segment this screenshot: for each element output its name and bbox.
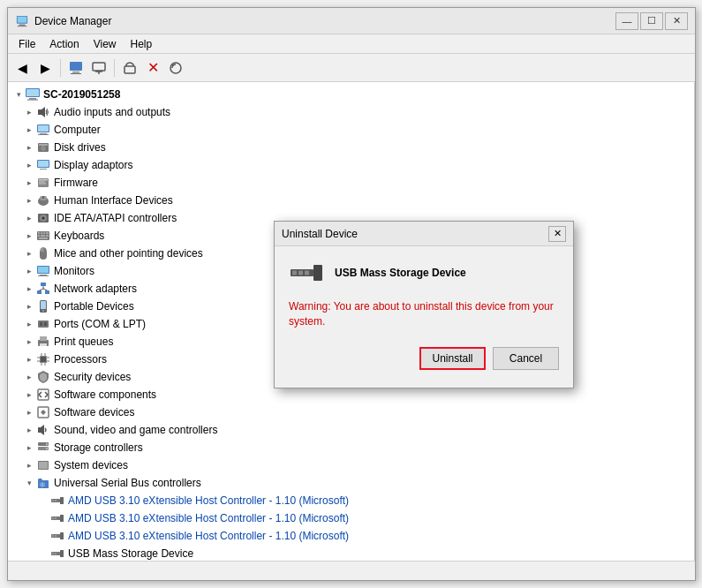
expand-system[interactable] xyxy=(22,458,36,472)
toolbar-properties[interactable] xyxy=(65,57,87,79)
menu-file[interactable]: File xyxy=(11,36,42,52)
expand-print[interactable] xyxy=(22,335,36,349)
tree-item-firmware[interactable]: Firmware xyxy=(8,174,694,192)
svg-rect-67 xyxy=(40,336,47,341)
svg-rect-19 xyxy=(38,125,49,132)
tree-item-hid[interactable]: Human Interface Devices xyxy=(8,192,694,209)
expand-hid[interactable] xyxy=(22,193,36,207)
tree-item-system[interactable]: System devices xyxy=(8,456,694,474)
tree-item-audio[interactable]: Audio inputs and outputs xyxy=(8,103,694,121)
svg-point-84 xyxy=(46,443,48,445)
svg-rect-88 xyxy=(38,480,49,488)
svg-rect-21 xyxy=(38,134,49,135)
tree-item-computer[interactable]: Computer xyxy=(8,121,694,139)
toolbar-forward[interactable]: ▶ xyxy=(34,57,56,79)
expand-root[interactable] xyxy=(11,87,26,102)
expand-monitors[interactable] xyxy=(22,264,36,278)
menu-view[interactable]: View xyxy=(87,36,124,52)
usb-mass-label: USB Mass Storage Device xyxy=(68,547,193,560)
dialog-body: USB Mass Storage Device Warning: You are… xyxy=(275,246,573,388)
toolbar-show-hidden[interactable] xyxy=(119,57,140,79)
expand-audio[interactable] xyxy=(22,105,36,119)
svg-rect-4 xyxy=(70,62,82,71)
expand-firmware[interactable] xyxy=(22,176,36,190)
menu-help[interactable]: Help xyxy=(124,36,160,52)
sw-components-label: Software components xyxy=(54,388,156,401)
menu-action[interactable]: Action xyxy=(42,36,86,52)
svg-rect-102 xyxy=(60,550,64,557)
svg-rect-103 xyxy=(52,553,54,554)
tree-item-amd-usb-1[interactable]: AMD USB 3.10 eXtensible Host Controller … xyxy=(8,492,694,509)
expand-keyboards[interactable] xyxy=(22,229,36,243)
expand-usb[interactable] xyxy=(22,476,36,490)
tree-item-usb-mass-storage[interactable]: USB Mass Storage Device xyxy=(8,545,694,561)
svg-rect-68 xyxy=(40,343,47,346)
svg-rect-104 xyxy=(55,553,57,554)
tree-item-sw-components[interactable]: Software components xyxy=(8,386,694,403)
svg-rect-98 xyxy=(60,532,64,539)
usb-device-icon-3 xyxy=(50,529,64,543)
print-label: Print queues xyxy=(54,335,113,348)
tree-item-amd-usb-2[interactable]: AMD USB 3.10 eXtensible Host Controller … xyxy=(8,509,694,527)
svg-rect-46 xyxy=(46,235,49,237)
sound-icon xyxy=(36,423,50,437)
uninstall-button[interactable]: Uninstall xyxy=(419,347,486,370)
usb-mass-icon xyxy=(50,547,64,561)
tree-item-display[interactable]: Display adaptors xyxy=(8,156,694,174)
svg-rect-91 xyxy=(52,500,54,501)
status-bar xyxy=(8,561,695,580)
expand-network[interactable] xyxy=(22,282,36,296)
tree-item-sound[interactable]: Sound, video and game controllers xyxy=(8,421,694,439)
svg-rect-51 xyxy=(38,267,49,273)
tree-item-sw-devices[interactable]: Software devices xyxy=(8,403,694,421)
toolbar-update[interactable] xyxy=(88,57,109,79)
svg-rect-44 xyxy=(38,235,40,237)
portable-icon xyxy=(36,299,50,313)
expand-processors[interactable] xyxy=(22,352,36,366)
sound-label: Sound, video and game controllers xyxy=(54,424,217,436)
toolbar-scan[interactable] xyxy=(165,57,186,79)
monitor-icon xyxy=(36,264,50,278)
expand-storage[interactable] xyxy=(22,441,36,455)
audio-label: Audio inputs and outputs xyxy=(54,106,170,118)
expand-mice[interactable] xyxy=(22,246,36,260)
tree-item-usb[interactable]: Universal Serial Bus controllers xyxy=(8,474,694,492)
tree-item-disk[interactable]: Disk drives xyxy=(8,139,694,156)
svg-rect-14 xyxy=(26,89,39,96)
svg-rect-52 xyxy=(40,275,47,275)
svg-rect-65 xyxy=(44,322,47,326)
minimize-button[interactable]: — xyxy=(615,12,638,30)
dialog-close-button[interactable]: ✕ xyxy=(548,226,566,242)
menu-bar: File Action View Help xyxy=(8,34,695,54)
dialog-warning-text: Warning: You are about to uninstall this… xyxy=(289,299,559,329)
svg-rect-47 xyxy=(39,237,48,239)
svg-point-38 xyxy=(42,217,45,220)
svg-rect-6 xyxy=(71,73,81,74)
expand-ide[interactable] xyxy=(22,211,36,225)
expand-computer[interactable] xyxy=(22,123,36,137)
display-label: Display adaptors xyxy=(54,159,132,171)
expand-sw-devices[interactable] xyxy=(22,405,36,419)
expand-ports[interactable] xyxy=(22,317,36,331)
window-title: Device Manager xyxy=(34,15,615,27)
expand-disk[interactable] xyxy=(22,140,36,155)
maximize-button[interactable]: ☐ xyxy=(640,12,663,30)
svg-rect-99 xyxy=(52,535,54,537)
expand-sw-components[interactable] xyxy=(22,388,36,402)
expand-display[interactable] xyxy=(22,158,36,172)
svg-rect-70 xyxy=(41,357,46,362)
dialog-device-name: USB Mass Storage Device xyxy=(335,267,466,279)
tree-item-amd-usb-3[interactable]: AMD USB 3.10 eXtensible Host Controller … xyxy=(8,527,694,545)
tree-root[interactable]: SC-2019051258 xyxy=(8,86,694,103)
tree-item-storage[interactable]: Storage controllers xyxy=(8,439,694,456)
audio-icon xyxy=(36,105,50,119)
svg-rect-7 xyxy=(93,63,105,71)
cancel-button[interactable]: Cancel xyxy=(493,347,559,370)
close-button[interactable]: ✕ xyxy=(665,12,688,30)
svg-rect-5 xyxy=(72,72,79,73)
expand-portable[interactable] xyxy=(22,299,36,313)
expand-security[interactable] xyxy=(22,370,36,384)
toolbar-back[interactable]: ◀ xyxy=(11,57,33,79)
toolbar-uninstall[interactable]: ✕ xyxy=(142,57,163,79)
expand-sound[interactable] xyxy=(22,423,36,437)
